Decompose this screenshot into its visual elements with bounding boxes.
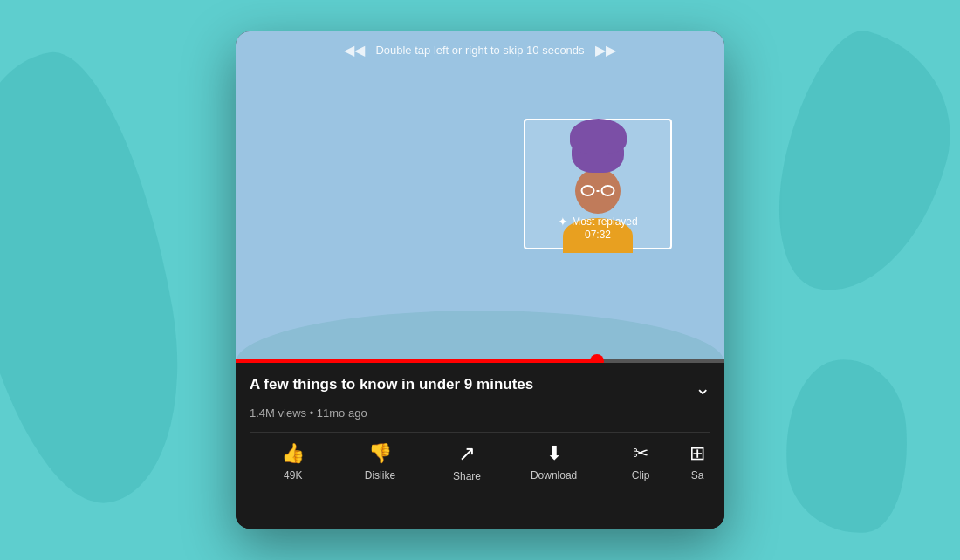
progress-fill	[236, 359, 597, 363]
dislike-icon: 👎	[368, 442, 392, 465]
video-title: A few things to know in under 9 minutes	[250, 375, 695, 394]
dislike-button[interactable]: 👎 Dislike	[337, 442, 424, 481]
video-meta: 1.4M views • 11mo ago	[250, 406, 710, 420]
actions-row: 👍 49K 👎 Dislike ↗ Share ⬇ Download ✂ Cli…	[250, 432, 710, 482]
clip-button[interactable]: ✂ Clip	[597, 442, 684, 481]
save-label: Sa	[691, 469, 704, 481]
mini-hair	[572, 129, 624, 173]
skip-back-icon[interactable]: ◀◀	[344, 42, 365, 58]
share-icon: ↗	[458, 441, 476, 466]
most-replayed-label: ✦ Most replayed	[558, 215, 637, 229]
download-label: Download	[531, 469, 577, 481]
dislike-label: Dislike	[365, 469, 395, 481]
mini-glasses	[581, 185, 615, 196]
brush-decoration-right-bottom	[778, 354, 915, 538]
info-panel: A few things to know in under 9 minutes …	[236, 363, 724, 529]
brush-decoration-left	[0, 39, 203, 519]
share-label: Share	[453, 470, 481, 482]
download-icon: ⬇	[546, 442, 562, 465]
progress-scrubber[interactable]	[590, 354, 604, 363]
expand-chevron-button[interactable]: ⌄	[695, 377, 710, 400]
mini-bridge	[597, 190, 600, 192]
skip-controls: ◀◀ Double tap left or right to skip 10 s…	[236, 42, 724, 58]
skip-hint-text: Double tap left or right to skip 10 seco…	[375, 44, 584, 57]
title-row: A few things to know in under 9 minutes …	[250, 375, 710, 400]
device-frame: ◀◀ Double tap left or right to skip 10 s…	[236, 31, 724, 529]
like-icon: 👍	[281, 442, 305, 465]
skip-forward-icon[interactable]: ▶▶	[595, 42, 616, 58]
most-replayed-box: ✦ Most replayed 07:32	[524, 119, 672, 249]
progress-bar-track[interactable]	[236, 359, 724, 363]
wave-decoration	[236, 311, 724, 363]
save-icon: ⊞	[689, 442, 705, 465]
sparkle-icon: ✦	[558, 215, 568, 229]
download-button[interactable]: ⬇ Download	[511, 442, 598, 481]
save-button[interactable]: ⊞ Sa	[684, 442, 710, 481]
mini-lens-right	[601, 185, 615, 196]
mini-lens-left	[581, 185, 595, 196]
most-replayed-time: 07:32	[585, 229, 611, 241]
brush-decoration-right-top	[754, 19, 960, 312]
mini-character	[572, 129, 624, 214]
clip-icon: ✂	[633, 442, 648, 465]
like-count: 49K	[284, 469, 302, 481]
like-button[interactable]: 👍 49K	[250, 442, 337, 481]
clip-label: Clip	[632, 469, 650, 481]
share-button[interactable]: ↗ Share	[423, 441, 511, 482]
video-player[interactable]: ◀◀ Double tap left or right to skip 10 s…	[236, 31, 724, 363]
